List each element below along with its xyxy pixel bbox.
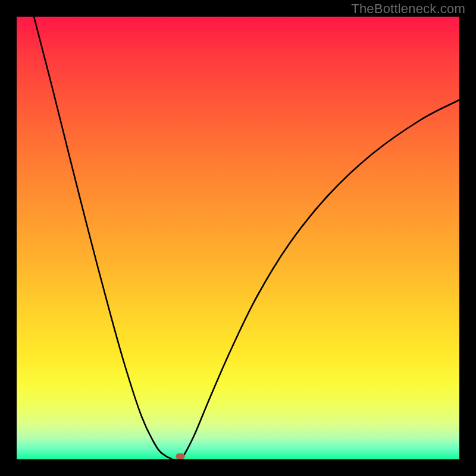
curve-svg	[17, 17, 459, 459]
marker-pill	[176, 453, 185, 459]
chart-container: TheBottleneck.com	[0, 0, 476, 476]
curve-path	[34, 17, 459, 459]
watermark-text: TheBottleneck.com	[351, 1, 465, 17]
plot-area	[17, 17, 459, 459]
